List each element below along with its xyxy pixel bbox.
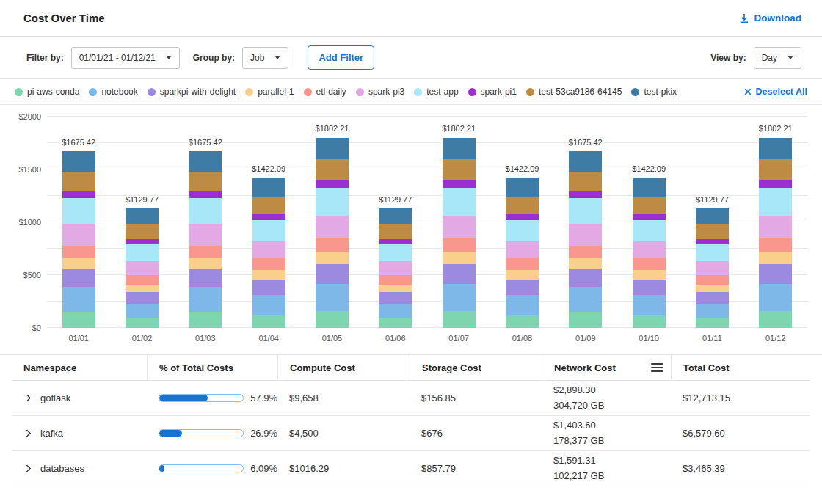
bar-segment[interactable]	[62, 191, 95, 198]
legend-item[interactable]: spark-pi1	[468, 87, 517, 97]
bar-segment[interactable]	[759, 311, 792, 328]
bar-segment[interactable]	[189, 258, 222, 269]
legend-item[interactable]: test-pkix	[631, 87, 677, 97]
bar-segment[interactable]	[633, 258, 666, 270]
date-range-select[interactable]: 01/01/21 - 01/12/21	[71, 47, 180, 69]
bar-segment[interactable]	[696, 244, 729, 261]
bar-segment[interactable]	[379, 224, 412, 239]
bar-segment[interactable]	[379, 208, 412, 224]
bar-segment[interactable]	[62, 258, 95, 269]
chevron-right-icon[interactable]	[23, 428, 33, 438]
bar-segment[interactable]	[696, 275, 729, 285]
legend-item[interactable]: parallel-1	[245, 87, 294, 97]
bar-segment[interactable]	[252, 270, 285, 280]
bar-segment[interactable]	[569, 312, 602, 328]
chevron-right-icon[interactable]	[23, 393, 33, 403]
bar-segment[interactable]	[569, 287, 602, 313]
bar-segment[interactable]	[633, 197, 666, 214]
bar-segment[interactable]	[443, 216, 476, 238]
bar-segment[interactable]	[759, 216, 792, 238]
add-filter-button[interactable]: Add Filter	[308, 45, 374, 70]
bar-segment[interactable]	[443, 188, 476, 216]
bar-segment[interactable]	[316, 159, 349, 180]
bar-segment[interactable]	[759, 238, 792, 252]
bar-segment[interactable]	[316, 138, 349, 160]
bar-segment[interactable]	[189, 312, 222, 328]
chevron-right-icon[interactable]	[23, 464, 33, 473]
bar-segment[interactable]	[252, 220, 285, 241]
namespace-cell[interactable]: kafka	[12, 428, 147, 439]
bar-segment[interactable]	[62, 172, 95, 191]
bar-segment[interactable]	[569, 258, 602, 269]
bar-segment[interactable]	[189, 246, 222, 258]
bar-segment[interactable]	[252, 280, 285, 296]
bar-segment[interactable]	[189, 172, 222, 191]
bar-segment[interactable]	[379, 285, 412, 292]
bar-segment[interactable]	[506, 315, 539, 328]
column-menu-icon[interactable]	[651, 363, 663, 372]
bar-segment[interactable]	[443, 252, 476, 264]
bar-segment[interactable]	[569, 151, 602, 172]
legend-item[interactable]: etl-daily	[304, 87, 346, 97]
bar-segment[interactable]	[569, 191, 602, 198]
bar-segment[interactable]	[189, 191, 222, 198]
bar-segment[interactable]	[633, 241, 666, 258]
bar-segment[interactable]	[316, 252, 349, 264]
bar-segment[interactable]	[316, 188, 349, 216]
bar-segment[interactable]	[759, 284, 792, 311]
bar-segment[interactable]	[696, 261, 729, 275]
bar-segment[interactable]	[633, 214, 666, 220]
legend-item[interactable]: sparkpi-with-delight	[148, 87, 236, 97]
bar-segment[interactable]	[316, 311, 349, 328]
bar-segment[interactable]	[696, 208, 729, 224]
bar-segment[interactable]	[633, 295, 666, 315]
column-header-pct-total-costs[interactable]: % of Total Costs	[147, 355, 277, 380]
bar-segment[interactable]	[633, 178, 666, 197]
bar-segment[interactable]	[252, 295, 285, 315]
bar-group[interactable]: $1422.09	[506, 178, 539, 328]
bar-segment[interactable]	[126, 275, 159, 285]
bar-segment[interactable]	[443, 264, 476, 284]
bar-segment[interactable]	[506, 241, 539, 258]
bar-segment[interactable]	[126, 239, 159, 244]
column-header-total-cost[interactable]: Total Cost	[671, 355, 810, 380]
bar-segment[interactable]	[569, 224, 602, 246]
column-header-storage-cost[interactable]: Storage Cost	[410, 355, 542, 380]
bar-segment[interactable]	[443, 311, 476, 328]
bar-segment[interactable]	[126, 244, 159, 261]
legend-item[interactable]: spark-pi3	[356, 87, 404, 97]
bar-segment[interactable]	[759, 159, 792, 180]
bar-segment[interactable]	[569, 172, 602, 191]
bar-segment[interactable]	[62, 269, 95, 286]
bar-segment[interactable]	[189, 287, 222, 313]
bar-segment[interactable]	[633, 280, 666, 296]
bar-segment[interactable]	[62, 198, 95, 224]
bar-segment[interactable]	[379, 292, 412, 304]
bar-segment[interactable]	[316, 264, 349, 284]
bar-segment[interactable]	[126, 208, 159, 224]
bar-segment[interactable]	[696, 239, 729, 244]
bar-segment[interactable]	[506, 258, 539, 270]
bar-segment[interactable]	[189, 151, 222, 172]
bar-segment[interactable]	[759, 138, 792, 160]
bar-segment[interactable]	[696, 292, 729, 304]
bar-segment[interactable]	[506, 214, 539, 220]
bar-segment[interactable]	[443, 138, 476, 160]
bar-segment[interactable]	[506, 178, 539, 197]
bar-segment[interactable]	[696, 285, 729, 292]
bar-segment[interactable]	[379, 244, 412, 261]
bar-segment[interactable]	[189, 224, 222, 246]
bar-segment[interactable]	[126, 261, 159, 275]
bar-segment[interactable]	[379, 275, 412, 285]
download-button[interactable]: Download	[739, 12, 802, 23]
bar-segment[interactable]	[633, 270, 666, 280]
bar-segment[interactable]	[633, 220, 666, 241]
bar-segment[interactable]	[443, 284, 476, 311]
deselect-all-button[interactable]: Deselect All	[737, 87, 807, 97]
bar-segment[interactable]	[189, 198, 222, 224]
bar-segment[interactable]	[506, 197, 539, 214]
bar-group[interactable]: $1802.21	[316, 138, 349, 328]
bar-segment[interactable]	[252, 258, 285, 270]
bar-segment[interactable]	[506, 280, 539, 296]
bar-segment[interactable]	[252, 315, 285, 328]
